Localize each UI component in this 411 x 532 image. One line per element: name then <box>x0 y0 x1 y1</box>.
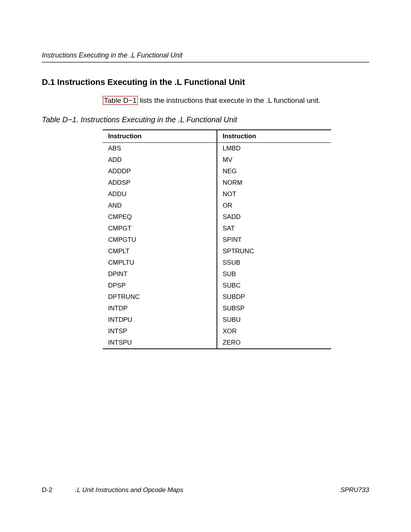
instruction-cell: CMPLT <box>103 246 217 257</box>
instruction-cell: INTDPU <box>103 314 217 326</box>
document-id: SPRU733 <box>340 486 369 494</box>
intro-paragraph: Table D−1 lists the instructions that ex… <box>103 96 369 105</box>
instruction-cell: CMPEQ <box>103 211 217 223</box>
instruction-cell: ABS <box>103 143 217 155</box>
instruction-cell: XOR <box>217 326 331 337</box>
instruction-cell: DPSP <box>103 280 217 291</box>
instruction-cell: OR <box>217 200 331 211</box>
instruction-cell: SPINT <box>217 234 331 246</box>
table-row: ADDMV <box>103 154 331 166</box>
instruction-cell: SUBU <box>217 314 331 326</box>
instruction-cell: DPINT <box>103 268 217 280</box>
page-number: D-2 <box>42 486 52 494</box>
instruction-cell: SUBSP <box>217 303 331 314</box>
instruction-cell: ADD <box>103 154 217 166</box>
instruction-cell: CMPGTU <box>103 234 217 246</box>
table-row: ADDSPNORM <box>103 177 331 189</box>
col2-header: Instruction <box>217 130 331 143</box>
table-header-row: Instruction Instruction <box>103 130 331 143</box>
running-header: Instructions Executing in the .L Functio… <box>42 51 369 59</box>
instruction-cell: AND <box>103 200 217 211</box>
instruction-cell: SPTRUNC <box>217 246 331 257</box>
instruction-cell: SUBDP <box>217 291 331 303</box>
instruction-cell: ZERO <box>217 337 331 349</box>
table-row: CMPLTSPTRUNC <box>103 246 331 257</box>
table-body: ABSLMBDADDMVADDDPNEGADDSPNORMADDUNOTANDO… <box>103 143 331 349</box>
table-row: ABSLMBD <box>103 143 331 155</box>
page-footer: D-2 .L Unit Instructions and Opcode Maps… <box>42 486 369 494</box>
table-row: ADDDPNEG <box>103 166 331 177</box>
instruction-cell: ADDU <box>103 189 217 200</box>
page-body: Instructions Executing in the .L Functio… <box>0 0 411 349</box>
instruction-table-wrap: Instruction Instruction ABSLMBDADDMVADDD… <box>103 129 331 349</box>
instruction-cell: SSUB <box>217 257 331 268</box>
instruction-cell: INTSP <box>103 326 217 337</box>
table-row: DPSPSUBC <box>103 280 331 291</box>
instruction-cell: CMPGT <box>103 223 217 234</box>
instruction-cell: NORM <box>217 177 331 189</box>
instruction-cell: DPTRUNC <box>103 291 217 303</box>
table-row: INTDPUSUBU <box>103 314 331 326</box>
table-row: INTDPSUBSP <box>103 303 331 314</box>
table-row: ADDUNOT <box>103 189 331 200</box>
instruction-cell: NOT <box>217 189 331 200</box>
chapter-title: .L Unit Instructions and Opcode Maps <box>75 486 340 494</box>
table-row: INTSPXOR <box>103 326 331 337</box>
header-rule <box>42 62 369 63</box>
table-row: CMPEQSADD <box>103 211 331 223</box>
instruction-cell: CMPLTU <box>103 257 217 268</box>
instruction-cell: MV <box>217 154 331 166</box>
instruction-cell: ADDSP <box>103 177 217 189</box>
instruction-cell: SADD <box>217 211 331 223</box>
instruction-cell: SUBC <box>217 280 331 291</box>
table-row: DPTRUNCSUBDP <box>103 291 331 303</box>
instruction-table: Instruction Instruction ABSLMBDADDMVADDD… <box>103 129 331 349</box>
intro-text: lists the instructions that execute in t… <box>138 96 320 104</box>
table-row: ANDOR <box>103 200 331 211</box>
instruction-cell: SUB <box>217 268 331 280</box>
instruction-cell: INTDP <box>103 303 217 314</box>
instruction-cell: INTSPU <box>103 337 217 349</box>
col1-header: Instruction <box>103 130 217 143</box>
table-row: CMPGTUSPINT <box>103 234 331 246</box>
table-caption: Table D−1. Instructions Executing in the… <box>42 115 369 124</box>
table-row: INTSPUZERO <box>103 337 331 349</box>
table-reference-link[interactable]: Table D−1 <box>103 96 138 105</box>
table-row: CMPLTUSSUB <box>103 257 331 268</box>
instruction-cell: NEG <box>217 166 331 177</box>
instruction-cell: LMBD <box>217 143 331 155</box>
table-row: DPINTSUB <box>103 268 331 280</box>
section-heading: D.1 Instructions Executing in the .L Fun… <box>42 77 369 87</box>
table-row: CMPGTSAT <box>103 223 331 234</box>
instruction-cell: ADDDP <box>103 166 217 177</box>
instruction-cell: SAT <box>217 223 331 234</box>
